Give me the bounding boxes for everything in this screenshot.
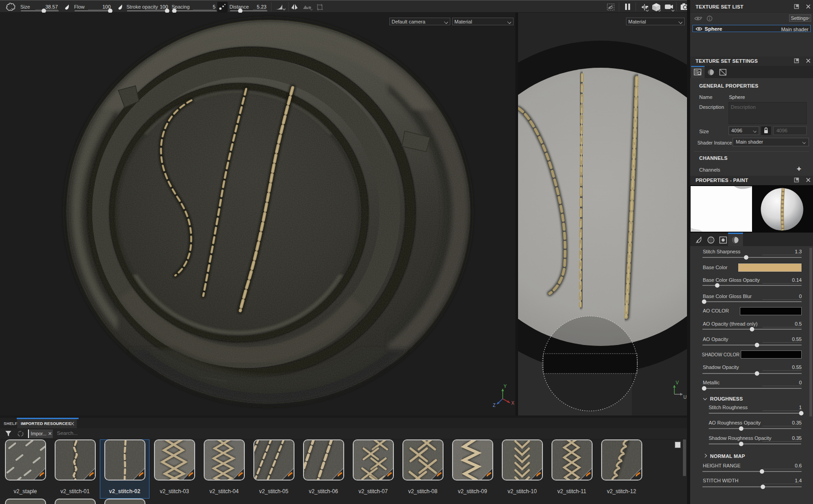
svg-text:X: X xyxy=(511,401,514,406)
svg-text:Y: Y xyxy=(504,384,507,389)
svg-text:V: V xyxy=(676,380,679,385)
svg-text:Z: Z xyxy=(493,403,495,408)
svg-text:U: U xyxy=(683,395,687,400)
